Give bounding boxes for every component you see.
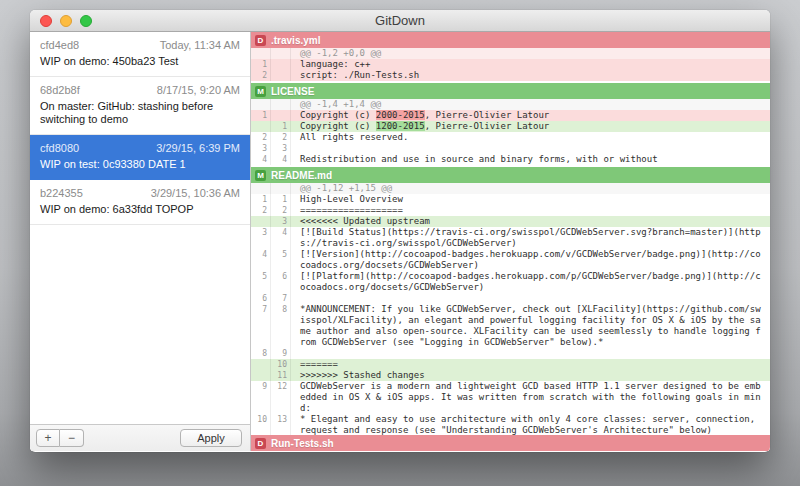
new-line-number	[271, 183, 291, 194]
new-line-number	[271, 110, 291, 121]
old-line-number	[251, 359, 271, 370]
apply-button[interactable]: Apply	[180, 429, 242, 447]
diff-line: 1Copyright (c) 2000-2015, Pierre-Olivier…	[251, 110, 770, 121]
new-line-number: 1	[271, 121, 291, 132]
new-line-number: 12	[271, 381, 291, 414]
diff-line: 3<<<<<<< Updated upstream	[251, 216, 770, 227]
commit-row[interactable]: 68d2b8f8/17/15, 9:20 AMOn master: GitHub…	[30, 77, 250, 135]
diff-line: 22===================	[251, 205, 770, 216]
close-button[interactable]	[40, 15, 52, 27]
zoom-button[interactable]	[80, 15, 92, 27]
old-line-number: 2	[251, 205, 271, 216]
diff-line: 45[![Version](http://cocoapod-badges.her…	[251, 249, 770, 271]
file-header[interactable]: D.travis.yml	[251, 32, 770, 48]
commit-meta: cfd4ed8Today, 11:34 AM	[40, 39, 240, 51]
new-line-number: 3	[271, 216, 291, 227]
new-line-number	[271, 70, 291, 81]
commit-row[interactable]: cfd4ed8Today, 11:34 AMWIP on demo: 450ba…	[30, 32, 250, 77]
file-diff: @@ -1,2 +0,0 @@1language: c++2script: ./…	[251, 48, 770, 81]
commit-date: 8/17/15, 9:20 AM	[157, 84, 240, 96]
new-line-number: 3	[271, 143, 291, 154]
diff-line: 11>>>>>>> Stashed changes	[251, 370, 770, 381]
old-line-number: 2	[251, 132, 271, 143]
old-line-number: 1	[251, 194, 271, 205]
diff-line: 44Redistribution and use in source and b…	[251, 154, 770, 165]
commit-message: On master: GitHub: stashing before switc…	[40, 100, 240, 126]
line-text: , Pierre-Olivier Latour	[425, 121, 550, 131]
file-diff: @@ -1,4 +1,4 @@1Copyright (c) 2000-2015,…	[251, 99, 770, 165]
line-content: @@ -1,2 +0,0 @@	[291, 48, 770, 59]
file-header[interactable]: DRun-Tests.sh	[251, 435, 770, 451]
diff-line: 2script: ./Run-Tests.sh	[251, 70, 770, 81]
commit-hash: cfd8080	[40, 142, 79, 154]
old-line-number: 3	[251, 143, 271, 154]
diff-line: 1Copyright (c) 1200-2015, Pierre-Olivier…	[251, 121, 770, 132]
line-content: >>>>>>> Stashed changes	[291, 370, 770, 381]
line-content: @@ -1,4 +1,4 @@	[291, 99, 770, 110]
file-status-badge: D	[255, 438, 266, 449]
window-title: GitDown	[30, 10, 770, 32]
line-content: GCDWebServer is a modern and lightweight…	[291, 381, 770, 414]
line-content: =======	[291, 359, 770, 370]
line-text: Copyright (c)	[300, 121, 376, 131]
add-stash-button[interactable]: +	[36, 429, 60, 447]
minimize-button[interactable]	[60, 15, 72, 27]
old-line-number: 4	[251, 154, 271, 165]
commit-hash: cfd4ed8	[40, 39, 79, 51]
new-line-number: 1	[271, 194, 291, 205]
new-line-number: 8	[271, 304, 291, 348]
new-line-number: 5	[271, 249, 291, 271]
traffic-lights	[40, 15, 92, 27]
new-line-number: 2	[271, 132, 291, 143]
line-text: , Pierre-Olivier Latour	[425, 110, 550, 120]
titlebar[interactable]: GitDown	[30, 10, 770, 32]
inline-change-highlight: 1200-2015	[376, 121, 425, 131]
new-line-number: 4	[271, 154, 291, 165]
diff-line: 33	[251, 143, 770, 154]
line-content: Copyright (c) 2000-2015, Pierre-Olivier …	[291, 110, 770, 121]
new-line-number	[271, 59, 291, 70]
main-content: cfd4ed8Today, 11:34 AMWIP on demo: 450ba…	[30, 32, 770, 451]
new-line-number: 6	[271, 271, 291, 293]
old-line-number: 1	[251, 59, 271, 70]
line-content: [![Platform](http://cocoapod-badges.hero…	[291, 271, 770, 293]
app-window: GitDown cfd4ed8Today, 11:34 AMWIP on dem…	[30, 10, 770, 452]
desktop: GitDown cfd4ed8Today, 11:34 AMWIP on dem…	[0, 0, 800, 486]
line-content: ===================	[291, 205, 770, 216]
line-content: language: c++	[291, 59, 770, 70]
file-header[interactable]: MREADME.md	[251, 167, 770, 183]
line-content: <<<<<<< Updated upstream	[291, 216, 770, 227]
old-line-number	[251, 99, 271, 110]
file-section: MREADME.md@@ -1,12 +1,15 @@11High-Level …	[251, 167, 770, 451]
diff-line: @@ -1,4 +1,4 @@	[251, 99, 770, 110]
file-name: .travis.yml	[271, 35, 320, 46]
line-content: Redistribution and use in source and bin…	[291, 154, 770, 165]
file-status-badge: M	[255, 86, 266, 97]
file-section: DRun-Tests.sh	[251, 435, 770, 451]
diff-line: 1013* Elegant and easy to use architectu…	[251, 414, 770, 436]
commit-meta: cfd80803/29/15, 6:39 PM	[40, 142, 240, 154]
line-content: script: ./Run-Tests.sh	[291, 70, 770, 81]
stash-segmented-control: + −	[36, 429, 84, 447]
diff-pane: D.travis.yml@@ -1,2 +0,0 @@1language: c+…	[251, 32, 770, 451]
new-line-number: 9	[271, 348, 291, 359]
file-header[interactable]: MLICENSE	[251, 83, 770, 99]
file-status-badge: M	[255, 170, 266, 181]
commit-message: WIP on demo: 450ba23 Test	[40, 55, 240, 68]
commit-meta: b2243553/29/15, 10:36 AM	[40, 187, 240, 199]
commit-list: cfd4ed8Today, 11:34 AMWIP on demo: 450ba…	[30, 32, 250, 424]
remove-stash-button[interactable]: −	[60, 429, 84, 447]
diff-line: 912GCDWebServer is a modern and lightwei…	[251, 381, 770, 414]
old-line-number: 5	[251, 271, 271, 293]
commit-row[interactable]: cfd80803/29/15, 6:39 PMWIP on test: 0c93…	[30, 135, 250, 180]
old-line-number: 3	[251, 227, 271, 249]
file-section: D.travis.yml@@ -1,2 +0,0 @@1language: c+…	[251, 32, 770, 81]
commit-row[interactable]: b2243553/29/15, 10:36 AMWIP on demo: 6a3…	[30, 180, 250, 225]
new-line-number: 10	[271, 359, 291, 370]
line-content: @@ -1,12 +1,15 @@	[291, 183, 770, 194]
new-line-number: 2	[271, 205, 291, 216]
commit-hash: b224355	[40, 187, 83, 199]
diff-line: @@ -1,12 +1,15 @@	[251, 183, 770, 194]
new-line-number: 4	[271, 227, 291, 249]
sidebar-footer: + − Apply	[30, 424, 250, 451]
